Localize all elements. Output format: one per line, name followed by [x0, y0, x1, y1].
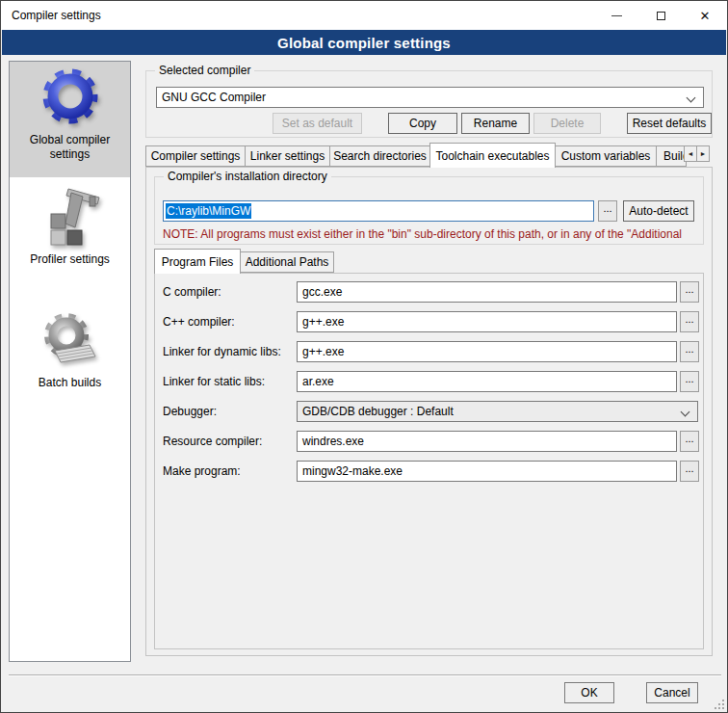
minimize-icon	[611, 15, 622, 16]
sidebar-item-label: Batch builds	[10, 376, 130, 390]
cpp-compiler-input[interactable]: g++.exe	[297, 311, 677, 332]
copy-button[interactable]: Copy	[388, 113, 457, 134]
tab-scroll-right-button[interactable]: ►	[696, 145, 710, 162]
selected-compiler-group: Selected compiler GNU GCC Compiler Set a…	[145, 70, 713, 138]
field-value: g++.exe	[302, 315, 344, 329]
installation-directory-input[interactable]: C:\raylib\MinGW	[163, 200, 594, 222]
group-label: Selected compiler	[155, 64, 254, 77]
resource-compiler-browse-button[interactable]: ...	[680, 431, 699, 452]
linker-static-browse-button[interactable]: ...	[680, 371, 699, 392]
row-c-compiler: C compiler: gcc.exe ...	[155, 281, 703, 303]
maximize-icon	[657, 12, 665, 20]
field-label: Linker for static libs:	[163, 371, 265, 392]
row-make-program: Make program: mingw32-make.exe ...	[155, 461, 703, 482]
field-label: Linker for dynamic libs:	[163, 341, 281, 362]
bin-subdirectory-note: NOTE: All programs must exist either in …	[163, 227, 698, 241]
field-value: GDB/CDB debugger : Default	[302, 405, 454, 418]
resize-grip[interactable]	[713, 698, 724, 709]
installation-directory-group: Compiler's installation directory C:\ray…	[154, 176, 704, 245]
row-debugger: Debugger: GDB/CDB debugger : Default	[155, 401, 703, 422]
tab-search-directories[interactable]: Search directories	[329, 145, 430, 167]
make-program-input[interactable]: mingw32-make.exe	[297, 461, 677, 482]
row-cpp-compiler: C++ compiler: g++.exe ...	[155, 311, 703, 332]
window-controls: ✕	[594, 1, 727, 30]
tab-toolchain-executables[interactable]: Toolchain executables	[429, 143, 556, 168]
field-label: Make program:	[163, 461, 241, 482]
field-value: g++.exe	[302, 345, 344, 358]
field-label: C compiler:	[163, 281, 221, 303]
field-value: ar.exe	[302, 375, 334, 388]
chevron-down-icon	[687, 93, 696, 103]
field-label: C++ compiler:	[163, 311, 235, 332]
maximize-button[interactable]	[638, 1, 683, 30]
sidebar-item-batch-builds[interactable]: Batch builds	[10, 293, 130, 409]
settings-category-list: Global compiler settings Profiler settin…	[9, 61, 131, 662]
tab-custom-variables[interactable]: Custom variables	[555, 145, 657, 167]
reset-defaults-button[interactable]: Reset defaults	[627, 113, 712, 134]
program-files-panel: C compiler: gcc.exe ... C++ compiler: g+…	[154, 273, 704, 649]
settings-tabstrip: Compiler settings Linker settings Search…	[145, 143, 715, 167]
sidebar-item-global-compiler-settings[interactable]: Global compiler settings	[10, 62, 130, 177]
set-as-default-button[interactable]: Set as default	[273, 113, 362, 134]
sidebar-item-label: Profiler settings	[10, 252, 130, 267]
ok-button[interactable]: OK	[564, 682, 614, 703]
dialog-heading-text: Global compiler settings	[277, 35, 451, 51]
linker-static-input[interactable]: ar.exe	[297, 371, 677, 392]
field-value: gcc.exe	[302, 285, 342, 299]
subtab-additional-paths[interactable]: Additional Paths	[240, 251, 334, 273]
titlebar[interactable]: Compiler settings ✕	[1, 1, 727, 30]
cpp-compiler-browse-button[interactable]: ...	[680, 311, 699, 332]
caliper-icon	[39, 187, 101, 249]
field-value: windres.exe	[302, 435, 364, 448]
rename-button[interactable]: Rename	[461, 113, 530, 134]
debugger-select[interactable]: GDB/CDB debugger : Default	[297, 401, 698, 422]
tab-compiler-settings[interactable]: Compiler settings	[145, 145, 246, 167]
linker-dynamic-browse-button[interactable]: ...	[680, 341, 699, 362]
tab-build-options[interactable]: Build options	[656, 145, 687, 167]
row-linker-dynamic: Linker for dynamic libs: g++.exe ...	[155, 341, 703, 362]
minimize-button[interactable]	[594, 1, 638, 30]
cancel-button[interactable]: Cancel	[646, 682, 698, 703]
compiler-select-value: GNU GCC Compiler	[162, 91, 266, 104]
c-compiler-browse-button[interactable]: ...	[680, 281, 699, 303]
row-linker-static: Linker for static libs: ar.exe ...	[155, 371, 703, 392]
field-label: Resource compiler:	[163, 431, 262, 452]
blue-gear-icon	[39, 67, 101, 129]
dialog-heading: Global compiler settings	[2, 30, 726, 55]
sidebar-item-profiler-settings[interactable]: Profiler settings	[10, 177, 130, 293]
compiler-settings-window: Compiler settings ✕ Global compiler sett…	[0, 0, 728, 713]
tab-linker-settings[interactable]: Linker settings	[245, 145, 330, 167]
group-label: Compiler's installation directory	[164, 170, 331, 183]
c-compiler-input[interactable]: gcc.exe	[297, 281, 677, 303]
auto-detect-button[interactable]: Auto-detect	[623, 200, 694, 222]
tab-scroll-buttons: ◄ ►	[685, 145, 710, 162]
sidebar-item-label: Global compiler settings	[10, 133, 130, 162]
subtab-program-files[interactable]: Program Files	[154, 249, 241, 274]
close-icon: ✕	[700, 10, 711, 22]
arrow-right-icon: ►	[700, 150, 707, 157]
directory-browse-button[interactable]: ...	[598, 200, 617, 222]
field-label: Debugger:	[163, 401, 217, 422]
tab-scroll-left-button[interactable]: ◄	[684, 145, 697, 162]
make-program-browse-button[interactable]: ...	[680, 461, 699, 482]
chevron-down-icon	[681, 408, 690, 417]
program-files-subtabs: Program Files Additional Paths	[154, 249, 334, 273]
selected-text: C:\raylib\MinGW	[166, 203, 251, 219]
close-button[interactable]: ✕	[683, 1, 727, 30]
delete-button[interactable]: Delete	[533, 113, 601, 134]
linker-dynamic-input[interactable]: g++.exe	[297, 341, 677, 362]
field-value: mingw32-make.exe	[302, 464, 403, 478]
resource-compiler-input[interactable]: windres.exe	[297, 431, 677, 452]
compiler-select[interactable]: GNU GCC Compiler	[156, 87, 704, 108]
row-resource-compiler: Resource compiler: windres.exe ...	[155, 431, 703, 452]
toolchain-executables-page: Compiler's installation directory C:\ray…	[145, 167, 713, 656]
window-title: Compiler settings	[12, 9, 101, 22]
gray-gear-stack-icon	[39, 310, 101, 372]
footer-divider	[9, 674, 721, 676]
arrow-left-icon: ◄	[688, 150, 694, 157]
